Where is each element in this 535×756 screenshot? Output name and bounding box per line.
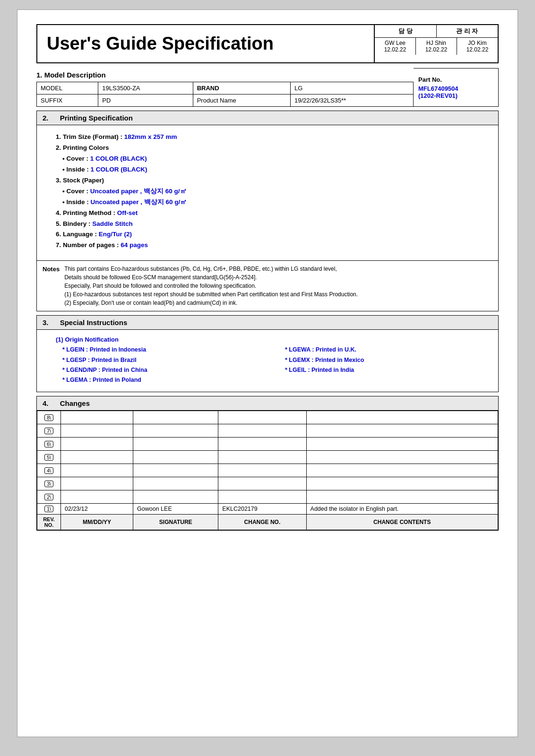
chgno-3 [218,477,306,490]
footer-signature: SIGNATURE [133,515,218,530]
section-4-header: 4. Changes [36,396,499,411]
spec-line-3: • Cover : 1 COLOR (BLACK) [62,154,489,164]
origin-left-3: * LGEND/NP : Printed in China [62,365,266,375]
reviewer-3: JO Kim 12.02.22 [457,38,498,55]
sig-1: Gowoon LEE [133,504,218,515]
rev-8: 8\ [37,411,61,424]
section-4-title: 4. [43,399,49,407]
date-2 [61,490,133,504]
change-row-6: 6\ [37,438,498,451]
page: User's Guide Specification 담 당 관 리 자 GW … [17,9,518,737]
model-table: MODEL 19LS3500-ZA BRAND LG SUFFIX PD Pro… [36,82,414,107]
rev-1: 1\ [37,504,61,515]
rev-3: 3\ [37,477,61,490]
origin-right-col: * LGEWA : Printed in U.K. * LGEMX : Prin… [285,345,489,385]
contents-8 [306,411,498,424]
product-name-value: 19/22/26/32LS35** [290,94,413,107]
section-3-title-text: Special Instructions [60,318,128,326]
spec-line-2: 2. Printing Colors [56,143,489,154]
header-title-area: User's Guide Specification [37,25,375,62]
footer-date: MM/DD/YY [61,515,133,530]
chgno-7 [218,424,306,438]
header-label-2: 관 리 자 [437,25,498,37]
part-no-panel: Part No. MFL67409504 (1202-REV01) [414,68,499,107]
spec-line-6: • Cover : Uncoated paper , 백상지 60 g/㎡ [62,186,489,197]
section-2-header: 2. Printing Specification [36,111,499,125]
model-label: MODEL [37,82,98,94]
sig-4 [133,464,218,477]
header-right-bottom: GW Lee 12.02.22 HJ Shin 12.02.22 JO Kim … [375,38,498,55]
footer-change-no: CHANGE NO. [218,515,306,530]
origin-left-col: * LGEIN : Printed in Indonesia * LGESP :… [62,345,266,385]
section-4: 4. Changes 8\ 7\ [36,396,499,531]
change-row-5: 5\ [37,451,498,464]
notes-label: Notes [43,265,60,307]
note-line-4: (1) Eco-hazardous substances test report… [64,290,358,299]
notes-section: Notes This part contains Eco-hazardous s… [36,261,499,311]
date-1: 02/23/12 [61,504,133,515]
reviewer-1: GW Lee 12.02.22 [375,38,416,55]
origin-left-4: * LGEMA : Printed in Poland [62,375,266,385]
spec-line-11: 7. Number of pages : 64 pages [56,240,489,251]
section-1-title: 1. Model Description [36,71,106,79]
reviewer-2: HJ Shin 12.02.22 [416,38,457,55]
header: User's Guide Specification 담 당 관 리 자 GW … [36,24,499,63]
section-2-title: 2. [43,114,49,122]
sig-5 [133,451,218,464]
suffix-label: SUFFIX [37,94,98,107]
date-5 [61,451,133,464]
contents-4 [306,464,498,477]
section-4-title-text: Changes [60,399,90,407]
section-1: 1. Model Description MODEL 19LS3500-ZA B… [36,68,499,107]
date-4 [61,464,133,477]
page-title: User's Guide Specification [47,34,364,54]
brand-value: LG [290,82,413,94]
part-no-label: Part No. [418,76,493,83]
rev-5: 5\ [37,451,61,464]
change-row-7: 7\ [37,424,498,438]
chgno-1: EKLC202179 [218,504,306,515]
product-name-label: Product Name [193,94,290,107]
spec-line-1: 1. Trim Size (Format) : 182mm x 257 mm [56,132,489,143]
contents-7 [306,424,498,438]
suffix-value: PD [98,94,193,107]
footer-contents: CHANGE CONTENTS [306,515,498,530]
origin-right-1: * LGEWA : Printed in U.K. [285,345,489,355]
header-right-panel: 담 당 관 리 자 GW Lee 12.02.22 HJ Shin 12.02.… [375,25,498,62]
change-row-8: 8\ [37,411,498,424]
spec-line-5: 3. Stock (Paper) [56,175,489,186]
chgno-8 [218,411,306,424]
note-line-2: Details should be followed Eco-SCM manag… [64,273,358,282]
changes-content: 8\ 7\ [36,411,499,531]
chgno-5 [218,451,306,464]
origin-left-1: * LGEIN : Printed in Indonesia [62,345,266,355]
part-no-value: MFL67409504 [418,85,493,92]
sig-8 [133,411,218,424]
note-line-3: Especially, Part should be followed and … [64,282,358,290]
sig-6 [133,438,218,451]
chgno-4 [218,464,306,477]
section-1-header: 1. Model Description [36,68,414,82]
date-8 [61,411,133,424]
contents-3 [306,477,498,490]
spec-line-9: 5. Bindery : Saddle Stitch [56,219,489,230]
origin-right-4 [285,375,489,385]
change-row-1: 1\ 02/23/12 Gowoon LEE EKLC202179 Added … [37,504,498,515]
header-label-1: 담 당 [375,25,437,37]
spec-line-4: • Inside : 1 COLOR (BLACK) [62,164,489,175]
chgno-2 [218,490,306,504]
origin-right-3: * LGEIL : Printed in India [285,365,489,375]
section-3: 3. Special Instructions (1) Origin Notif… [36,315,499,392]
contents-2 [306,490,498,504]
change-row-3: 3\ [37,477,498,490]
contents-1: Added the isolator in English part. [306,504,498,515]
date-7 [61,424,133,438]
sig-2 [133,490,218,504]
sig-3 [133,477,218,490]
printing-spec-content: 1. Trim Size (Format) : 182mm x 257 mm 2… [36,125,499,261]
special-section-content: (1) Origin Notification * LGEIN : Printe… [36,330,499,392]
footer-rev: REV.NO. [37,515,61,530]
part-no-sub: (1202-REV01) [418,92,493,99]
chgno-6 [218,438,306,451]
note-line-1: This part contains Eco-hazardous substan… [64,265,358,273]
